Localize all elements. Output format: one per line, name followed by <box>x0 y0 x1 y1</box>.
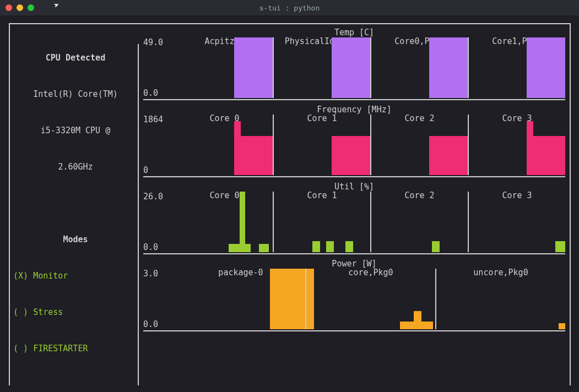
y-min: 0.0 <box>143 319 176 329</box>
bar-area <box>176 37 273 98</box>
main-area: Temp [C]49.00.0Acpitz,0PhysicalId0,PkgCo… <box>138 28 570 385</box>
chart-row: 3.00.0package-0core,Pkg0uncore,Pkg0 <box>143 269 565 329</box>
y-min: 0 <box>143 165 176 175</box>
chart-row: 49.00.0Acpitz,0PhysicalId0,PkgCore0,Pkg0… <box>143 37 565 98</box>
chart-series: Core 0 <box>176 115 273 175</box>
y-axis: 26.00.0 <box>143 192 176 252</box>
bar-area <box>371 192 468 252</box>
chart-row: 26.00.0Core 0Core 1Core 2Core 3 <box>143 192 565 252</box>
y-max: 3.0 <box>143 269 176 279</box>
chart-panel: Temp [C]49.00.0Acpitz,0PhysicalId0,PkgCo… <box>143 28 565 100</box>
bar-area <box>176 269 305 329</box>
blank-line <box>13 197 138 209</box>
window-close-icon[interactable] <box>6 4 12 11</box>
bar-area <box>176 115 273 175</box>
chart-series: Core 1 <box>273 192 370 252</box>
blank-line <box>13 379 138 391</box>
y-min: 0.0 <box>143 242 176 252</box>
bar-area <box>274 115 370 175</box>
y-min: 0.0 <box>143 88 176 98</box>
bar-area <box>176 192 273 252</box>
panel-divider <box>143 330 565 331</box>
window-title: s-tui : python <box>0 4 579 12</box>
chart-series: Core 3 <box>468 115 565 175</box>
app-frame: CPU Detected Intel(R) Core(TM) i5-3320M … <box>9 23 571 385</box>
y-max: 26.0 <box>143 192 176 202</box>
bar-area <box>306 269 435 329</box>
cpu-info-line: Intel(R) Core(TM) <box>13 88 138 100</box>
cpu-info-line: i5-3320M CPU @ <box>13 124 138 137</box>
chart-series: Core 2 <box>370 192 468 252</box>
titlebar: s-tui : python ➤ <box>0 0 579 15</box>
mode-firestarter[interactable]: ( ) FIRESTARTER <box>13 342 138 355</box>
bar-area <box>469 37 565 98</box>
chart-row: 18640Core 0Core 1Core 2Core 3 <box>143 115 565 175</box>
panel-divider <box>143 99 565 100</box>
series-wrap: Core 0Core 1Core 2Core 3 <box>176 192 565 252</box>
cpu-info-line: 2.60GHz <box>13 161 138 173</box>
vertical-divider <box>138 44 139 385</box>
bar-area <box>371 115 468 175</box>
bar-area <box>469 115 565 175</box>
chart-series: uncore,Pkg0 <box>435 269 565 329</box>
modes-heading: Modes <box>13 233 138 246</box>
panel-divider <box>143 253 565 254</box>
window-minimize-icon[interactable] <box>17 4 23 11</box>
cursor-icon: ➤ <box>52 0 61 11</box>
chart-series: Core 3 <box>468 192 565 252</box>
chart-series: package-0 <box>176 269 305 329</box>
bar-area <box>436 269 565 329</box>
chart-series: Core 2 <box>370 115 468 175</box>
series-wrap: Core 0Core 1Core 2Core 3 <box>176 115 565 175</box>
chart-series: core,Pkg0 <box>305 269 435 329</box>
series-wrap: Acpitz,0PhysicalId0,PkgCore0,Pkg0Core1,P… <box>176 37 565 98</box>
chart-panel: Util [%]26.00.0Core 0Core 1Core 2Core 3 <box>143 182 565 254</box>
chart-series: Acpitz,0 <box>176 37 273 98</box>
chart-series: Core1,Pkg0 <box>468 37 565 98</box>
chart-panel: Power [W]3.00.0package-0core,Pkg0uncore,… <box>143 259 565 331</box>
window-maximize-icon[interactable] <box>28 4 34 11</box>
bar-area <box>274 192 370 252</box>
y-axis: 18640 <box>143 115 176 175</box>
y-axis: 49.00.0 <box>143 37 176 98</box>
mode-stress[interactable]: ( ) Stress <box>13 306 138 318</box>
chart-series: PhysicalId0,Pkg <box>273 37 370 98</box>
bar-area <box>469 192 565 252</box>
cpu-detected-heading: CPU Detected <box>13 52 138 64</box>
chart-series: Core 0 <box>176 192 273 252</box>
bar-area <box>371 37 468 98</box>
panel-divider <box>143 176 565 177</box>
bar-area <box>274 37 370 98</box>
chart-series: Core0,Pkg0 <box>370 37 468 98</box>
chart-series: Core 1 <box>273 115 370 175</box>
y-max: 49.0 <box>143 37 176 47</box>
mode-monitor[interactable]: (X) Monitor <box>13 270 138 282</box>
series-wrap: package-0core,Pkg0uncore,Pkg0 <box>176 269 565 329</box>
sidebar: CPU Detected Intel(R) Core(TM) i5-3320M … <box>10 28 138 385</box>
y-axis: 3.00.0 <box>143 269 176 329</box>
y-max: 1864 <box>143 115 176 124</box>
chart-panel: Frequency [MHz]18640Core 0Core 1Core 2Co… <box>143 105 565 177</box>
